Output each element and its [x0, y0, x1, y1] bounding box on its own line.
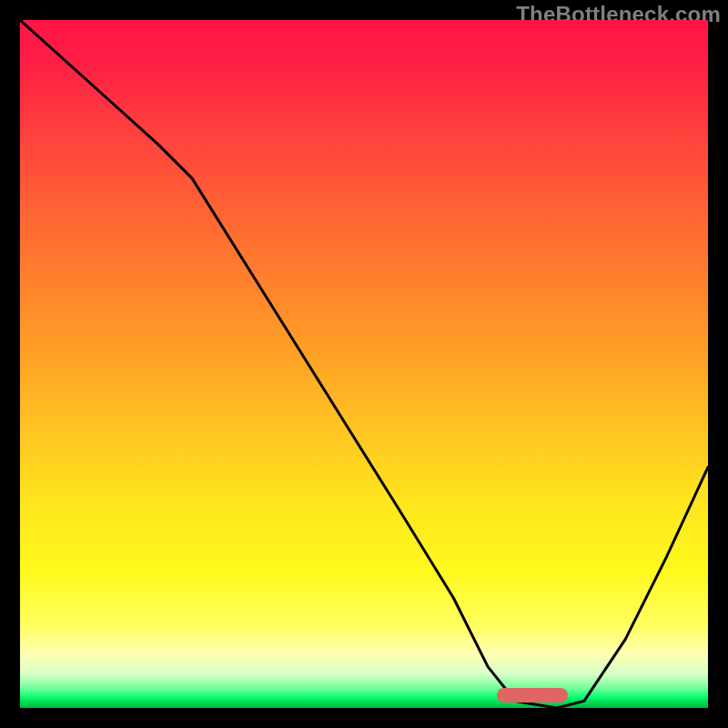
chart-frame: TheBottleneck.com — [0, 0, 728, 728]
plot-area — [20, 20, 708, 708]
optimal-range-marker — [497, 688, 568, 703]
bottleneck-curve — [20, 20, 708, 708]
